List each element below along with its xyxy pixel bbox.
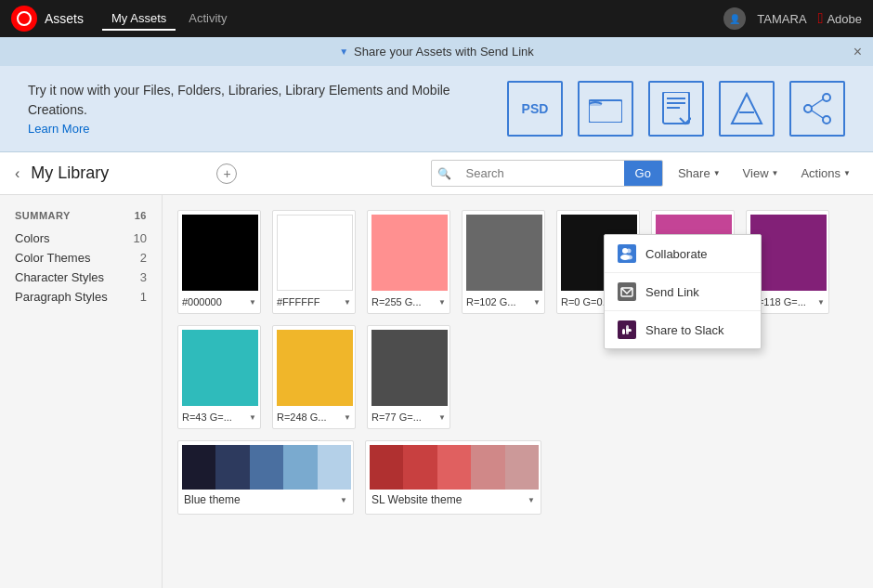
banner-content: Try it now with your Files, Folders, Lib… bbox=[0, 66, 873, 151]
search-wrapper: 🔍 Go bbox=[431, 160, 663, 187]
dropdown-item-share-slack[interactable]: Share to Slack bbox=[605, 311, 761, 348]
color-label: R=77 G=... ▼ bbox=[371, 410, 446, 425]
color-value: #000000 bbox=[182, 296, 222, 307]
svg-rect-5 bbox=[667, 107, 680, 109]
sidebar-item-label: Paragraph Styles bbox=[15, 290, 108, 304]
color-chevron-icon[interactable]: ▼ bbox=[249, 413, 256, 422]
send-link-icon bbox=[618, 282, 636, 301]
color-chevron-icon[interactable]: ▼ bbox=[533, 298, 541, 307]
avatar: 👤 bbox=[723, 7, 746, 30]
actions-label: Actions bbox=[801, 166, 840, 180]
color-item: #FFFFFF ▼ bbox=[272, 210, 356, 314]
top-nav: Assets My Assets Activity 👤 TAMARA  Ado… bbox=[0, 0, 873, 37]
app-title: Assets bbox=[45, 11, 84, 26]
theme-segment bbox=[215, 445, 249, 490]
dropdown-item-label: Collaborate bbox=[645, 247, 708, 261]
svg-rect-3 bbox=[667, 98, 685, 99]
triangle-icon: ▼ bbox=[339, 46, 348, 57]
nav-right: 👤 TAMARA  Adobe bbox=[723, 7, 862, 30]
color-value: R=255 G... bbox=[371, 296, 422, 307]
color-chevron-icon[interactable]: ▼ bbox=[438, 413, 446, 422]
view-button[interactable]: View ▼ bbox=[736, 163, 787, 184]
svg-rect-4 bbox=[667, 102, 685, 104]
svg-point-8 bbox=[823, 94, 830, 101]
color-label: R=255 G... ▼ bbox=[371, 294, 446, 309]
go-button[interactable]: Go bbox=[624, 161, 662, 186]
theme-segment bbox=[283, 445, 317, 490]
sidebar: SUMMARY 16 Colors 10 Color Themes 2 Char… bbox=[0, 195, 163, 588]
svg-rect-20 bbox=[626, 329, 632, 332]
search-icon: 🔍 bbox=[432, 167, 457, 180]
sidebar-item-label: Color Themes bbox=[15, 251, 90, 265]
color-chevron-icon[interactable]: ▼ bbox=[817, 298, 825, 307]
color-swatch bbox=[277, 330, 353, 406]
color-label: R=43 G=... ▼ bbox=[182, 410, 256, 425]
banner-text: Try it now with your Files, Folders, Lib… bbox=[28, 81, 479, 137]
color-value: #FFFFFF bbox=[277, 296, 319, 307]
theme-segment bbox=[318, 445, 351, 490]
folder-icon bbox=[578, 81, 633, 137]
color-value: R=43 G=... bbox=[182, 412, 232, 423]
view-chevron-icon: ▼ bbox=[772, 169, 779, 177]
sidebar-item-color-themes[interactable]: Color Themes 2 bbox=[15, 248, 147, 268]
dropdown-item-collaborate[interactable]: Collaborate bbox=[605, 235, 761, 273]
color-swatch bbox=[750, 215, 827, 291]
color-item: R=77 G=... ▼ bbox=[367, 325, 450, 429]
banner-close-button[interactable]: × bbox=[853, 45, 862, 59]
actions-chevron-icon: ▼ bbox=[843, 169, 851, 177]
toolbar: ‹ My Library + 🔍 Go Share ▼ View ▼ Actio… bbox=[0, 152, 873, 195]
color-label: R=248 G... ▼ bbox=[277, 410, 351, 425]
banner: ▼ Share your Assets with Send Link × Try… bbox=[0, 37, 873, 152]
adobe-icon:  bbox=[818, 10, 824, 27]
banner-header: ▼ Share your Assets with Send Link × bbox=[0, 37, 873, 66]
learn-more-link[interactable]: Learn More bbox=[28, 122, 89, 136]
color-label: R=102 G... ▼ bbox=[466, 294, 541, 309]
dropdown-item-label: Share to Slack bbox=[645, 323, 724, 337]
theme-chevron-icon[interactable]: ▼ bbox=[340, 496, 347, 504]
share-button[interactable]: Share ▼ bbox=[671, 163, 728, 184]
color-swatch bbox=[182, 215, 258, 291]
grid-area: Collaborate Send Link bbox=[163, 195, 873, 588]
search-input[interactable] bbox=[457, 162, 624, 185]
sidebar-item-count: 2 bbox=[140, 251, 147, 265]
psd-icon: PSD bbox=[507, 81, 563, 137]
collaborate-icon bbox=[618, 244, 636, 263]
dropdown-item-send-link[interactable]: Send Link bbox=[605, 273, 761, 311]
theme-segment bbox=[182, 445, 215, 490]
svg-point-14 bbox=[627, 249, 632, 254]
color-item: #000000 ▼ bbox=[177, 210, 261, 314]
theme-segment bbox=[505, 445, 539, 490]
svg-point-16 bbox=[625, 255, 632, 260]
color-swatch bbox=[182, 330, 258, 406]
share-chevron-icon: ▼ bbox=[713, 169, 721, 177]
color-item: R=248 G... ▼ bbox=[272, 325, 356, 429]
sidebar-item-count: 10 bbox=[134, 231, 147, 245]
color-chevron-icon[interactable]: ▼ bbox=[344, 413, 351, 422]
color-chevron-icon[interactable]: ▼ bbox=[344, 298, 351, 307]
slack-icon bbox=[618, 320, 636, 339]
color-value: R=102 G... bbox=[466, 296, 516, 307]
color-swatch bbox=[277, 215, 353, 291]
tab-activity[interactable]: Activity bbox=[179, 7, 236, 31]
theme-chevron-icon[interactable]: ▼ bbox=[528, 496, 535, 504]
tab-my-assets[interactable]: My Assets bbox=[102, 7, 176, 31]
sidebar-item-label: Colors bbox=[15, 231, 50, 245]
color-chevron-icon[interactable]: ▼ bbox=[249, 298, 256, 307]
svg-line-12 bbox=[812, 111, 823, 118]
adobe-logo-icon bbox=[11, 6, 37, 32]
sidebar-item-colors[interactable]: Colors 10 bbox=[15, 229, 147, 248]
add-button[interactable]: + bbox=[216, 163, 237, 184]
theme-segment bbox=[370, 445, 403, 490]
sidebar-item-character-styles[interactable]: Character Styles 3 bbox=[15, 268, 147, 287]
back-button[interactable]: ‹ bbox=[15, 165, 20, 182]
theme-swatch bbox=[370, 445, 539, 490]
type-icon bbox=[719, 81, 775, 137]
actions-button[interactable]: Actions ▼ bbox=[793, 163, 858, 184]
nav-tabs: My Assets Activity bbox=[102, 7, 236, 31]
sidebar-item-paragraph-styles[interactable]: Paragraph Styles 1 bbox=[15, 287, 147, 307]
dropdown-item-label: Send Link bbox=[645, 285, 699, 299]
color-chevron-icon[interactable]: ▼ bbox=[438, 298, 446, 307]
sidebar-item-label: Character Styles bbox=[15, 270, 104, 284]
svg-line-11 bbox=[812, 99, 823, 107]
theme-segment bbox=[437, 445, 471, 490]
